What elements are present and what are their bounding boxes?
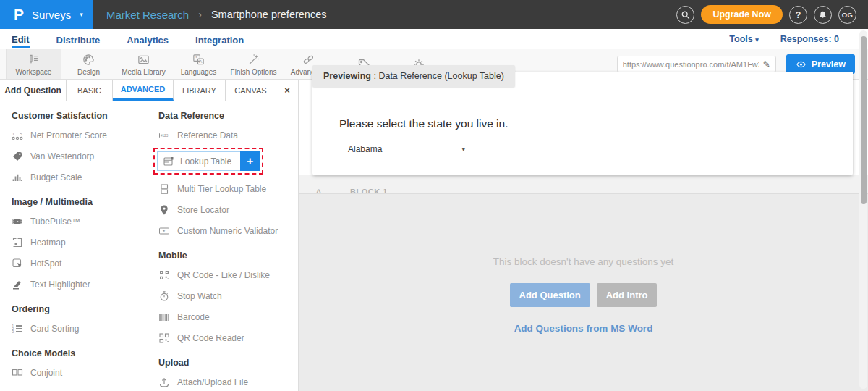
edit-url-icon[interactable]: ✎: [763, 59, 770, 70]
toolbar-media-library[interactable]: Media Library: [116, 49, 171, 79]
tab-basic[interactable]: BASIC: [67, 80, 113, 101]
qr-code-icon: [158, 269, 170, 281]
notifications-button[interactable]: [814, 6, 832, 24]
search-button[interactable]: [676, 6, 694, 24]
menu-edit[interactable]: Edit: [12, 31, 30, 48]
search-icon: [681, 10, 690, 20]
toolbar-design[interactable]: Design: [61, 49, 116, 79]
section-title: Upload: [158, 358, 298, 368]
toolbar-languages[interactable]: *A Languages: [171, 49, 226, 79]
list-item-text-highlighter[interactable]: Text Highlighter: [12, 274, 148, 295]
store-locator-icon: [158, 204, 170, 216]
lookup-table-label[interactable]: Lookup Table: [174, 156, 241, 167]
video-icon: [12, 216, 23, 227]
menubar-right: Tools ▾ Responses: 0: [729, 34, 856, 44]
tools-menu[interactable]: Tools ▾: [729, 34, 758, 44]
section-title: Mobile: [158, 251, 298, 261]
multi-tier-lookup-icon: [158, 183, 170, 195]
add-question-button[interactable]: Add Question: [510, 283, 590, 307]
nps-icon: 15: [12, 130, 23, 141]
reference-data-icon: #123: [158, 130, 170, 141]
list-item-conjoint[interactable]: Conjoint: [12, 362, 148, 383]
list-item-net-promoter-score[interactable]: 15 Net Promoter Score: [12, 125, 148, 146]
section-title: Image / Multimedia: [12, 197, 148, 207]
tab-advanced[interactable]: ADVANCED: [113, 80, 174, 101]
add-question-sidebar: Add Question BASIC ADVANCED LIBRARY CANV…: [0, 80, 299, 391]
barcode-icon: [158, 311, 170, 323]
breadcrumb-parent[interactable]: Market Research: [106, 9, 189, 21]
bell-icon: [818, 10, 827, 20]
list-item-lookup-table-highlighted: Lookup Table +: [153, 148, 298, 175]
preview-question-text: Please select the state you live in.: [339, 117, 509, 130]
list-item-tubepulse[interactable]: TubePulse™: [12, 211, 148, 232]
lookup-table-item[interactable]: Lookup Table +: [157, 151, 260, 171]
questionpro-logo: P: [14, 6, 24, 23]
heatmap-icon: [12, 237, 23, 248]
list-item-attach-upload-file[interactable]: Attach/Upload File: [158, 371, 298, 391]
toolbar-finish-options[interactable]: Finish Options: [226, 49, 281, 79]
scrollbar-thumb[interactable]: [861, 36, 867, 204]
add-intro-button[interactable]: Add Intro: [597, 283, 658, 307]
section-title: Choice Models: [12, 348, 148, 358]
survey-url-field[interactable]: https://www.questionpro.com/t/AM1Fw2 ✎: [617, 56, 776, 72]
section-title: Ordering: [12, 304, 148, 314]
card-sorting-icon: 123: [12, 323, 23, 335]
menu-distribute[interactable]: Distribute: [56, 32, 101, 47]
list-item-heatmap[interactable]: Heatmap: [12, 232, 148, 253]
list-item-budget-scale[interactable]: Budget Scale: [12, 167, 148, 188]
top-header: P Surveys ▾ Market Research › Smartphone…: [0, 0, 868, 29]
image-icon: [137, 53, 150, 67]
list-item-store-locator[interactable]: Store Locator: [158, 199, 298, 220]
state-dropdown[interactable]: Alabama ▾: [348, 144, 465, 154]
toolbar-workspace[interactable]: Workspace: [6, 49, 61, 79]
list-item-barcode[interactable]: Barcode: [158, 306, 298, 327]
list-item-hotspot[interactable]: HotSpot: [12, 253, 148, 274]
magic-wand-icon: [247, 53, 260, 67]
section-title: Customer Satisfaction: [12, 111, 148, 121]
eye-icon: [796, 60, 807, 69]
scrollbar-track[interactable]: [859, 30, 867, 389]
svg-text:3: 3: [12, 329, 14, 333]
preview-button[interactable]: Preview: [786, 54, 855, 74]
content-region: Add Question BASIC ADVANCED LIBRARY CANV…: [0, 80, 868, 391]
lookup-table-icon: [163, 156, 174, 167]
close-panel-button[interactable]: ×: [276, 80, 298, 101]
upload-icon: [158, 377, 170, 388]
list-item-qr-code-reader[interactable]: QR Code Reader: [158, 327, 298, 348]
numeric-validator-icon: *: [158, 225, 170, 237]
surveys-menu-label: Surveys: [32, 9, 71, 21]
tab-canvas[interactable]: CANVAS: [226, 80, 276, 101]
collapse-block-icon[interactable]: ^: [316, 188, 321, 194]
section-title: Data Reference: [158, 111, 298, 121]
annotation-red-dashed-box: Lookup Table +: [153, 148, 263, 175]
list-item-reference-data[interactable]: #123 Reference Data: [158, 125, 298, 146]
responses-counter[interactable]: Responses: 0: [780, 34, 839, 44]
avatar[interactable]: OG: [838, 6, 856, 24]
tab-library[interactable]: LIBRARY: [174, 80, 226, 101]
breadcrumb-separator: ›: [198, 9, 202, 20]
help-button[interactable]: ?: [789, 6, 807, 24]
state-dropdown-value: Alabama: [348, 144, 382, 154]
chevron-down-icon: ▾: [80, 11, 83, 18]
sidebar-column-left: Customer Satisfaction 15 Net Promoter Sc…: [0, 101, 148, 391]
list-item-stop-watch[interactable]: Stop Watch: [158, 285, 298, 306]
list-item-van-westendorp[interactable]: Van Westendorp: [12, 146, 148, 167]
menu-integration[interactable]: Integration: [195, 32, 244, 47]
svg-text:A: A: [199, 59, 203, 64]
add-questions-from-ms-word-link[interactable]: Add Questions from MS Word: [514, 323, 653, 334]
block-area: ^ BLOCK 1 This block doesn't have any qu…: [299, 175, 868, 391]
list-item-multi-tier-lookup-table[interactable]: Multi Tier Lookup Table: [158, 178, 298, 199]
tag-icon: [12, 151, 23, 162]
list-item-custom-numeric-validator[interactable]: * Custom Numeric Validator: [158, 220, 298, 241]
add-lookup-table-button[interactable]: +: [240, 151, 260, 171]
menu-analytics[interactable]: Analytics: [127, 32, 169, 47]
list-item-card-sorting[interactable]: 123 Card Sorting: [12, 318, 148, 339]
translate-icon: *A: [192, 53, 205, 67]
empty-block-message: This block doesn't have any questions ye…: [493, 256, 673, 267]
stopwatch-icon: [158, 290, 170, 302]
upgrade-now-button[interactable]: Upgrade Now: [701, 5, 783, 24]
conjoint-icon: [12, 367, 23, 379]
surveys-menu[interactable]: P Surveys ▾: [0, 0, 93, 29]
list-item-qr-code-like-dislike[interactable]: QR Code - Like / Dislike: [158, 264, 298, 285]
panel-title: Add Question: [0, 80, 67, 101]
